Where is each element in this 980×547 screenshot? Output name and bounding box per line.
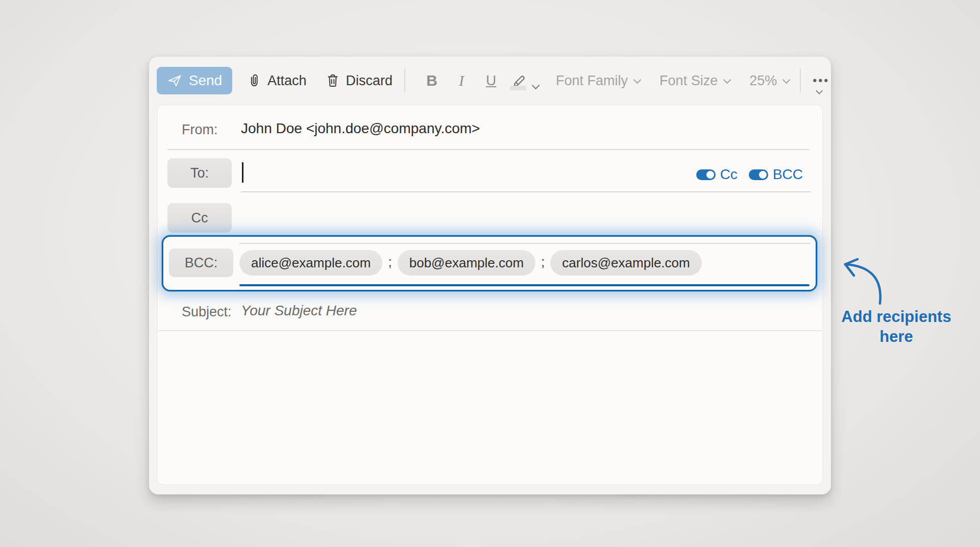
recipient-separator: ; [388, 254, 391, 272]
annotation-line1: Add recipients [835, 307, 958, 327]
attach-label: Attach [267, 73, 307, 89]
bcc-field-highlighted[interactable]: BCC: alice@example.com ; bob@example.com… [162, 235, 817, 291]
bold-button[interactable]: B [417, 72, 447, 89]
attach-button[interactable]: Attach [247, 73, 307, 89]
chevron-down-icon [532, 82, 540, 90]
zoom-dropdown[interactable]: 25% [749, 73, 788, 89]
text-caret [242, 162, 243, 183]
message-panel: From: John Doe <john.doe@company.com> To… [157, 105, 823, 485]
bcc-recipient-list: alice@example.com ; bob@example.com ; ca… [239, 250, 702, 276]
message-body-input[interactable] [159, 331, 821, 483]
more-options-button[interactable]: ••• [813, 74, 829, 88]
cc-toggle-label: Cc [720, 166, 738, 183]
zoom-value: 25% [749, 73, 777, 89]
bcc-input-underline [239, 284, 810, 286]
annotation-arrow-icon [836, 255, 892, 308]
send-label: Send [189, 72, 222, 89]
recipient-pill[interactable]: carlos@example.com [550, 250, 701, 276]
subject-input[interactable]: Your Subject Here [241, 303, 357, 319]
chevron-down-icon [723, 76, 731, 84]
from-label: From: [182, 122, 218, 138]
bcc-input-topline [239, 243, 811, 244]
chevron-down-icon [782, 76, 791, 84]
subject-label: Subject: [182, 304, 232, 320]
annotation-line2: here [835, 327, 958, 346]
bcc-toggle[interactable]: BCC [749, 166, 803, 183]
highlighter-button[interactable] [511, 72, 537, 89]
toggle-on-icon [749, 169, 768, 180]
send-plane-icon [167, 73, 182, 88]
font-family-dropdown[interactable]: Font Family [556, 73, 639, 89]
highlighter-pen-icon [511, 72, 528, 89]
toolbar-separator [404, 69, 405, 92]
paperclip-icon [247, 73, 261, 88]
font-size-dropdown[interactable]: Font Size [659, 73, 729, 89]
compose-window: Send Attach Discard [149, 57, 831, 494]
to-field-button[interactable]: To: [167, 158, 232, 188]
font-size-label: Font Size [659, 73, 718, 89]
send-button[interactable]: Send [157, 67, 232, 94]
cc-field-button[interactable]: Cc [167, 203, 232, 233]
highlight-color-swatch [510, 86, 526, 90]
discard-label: Discard [346, 73, 393, 89]
toggle-on-icon [696, 169, 716, 180]
chevron-down-icon [633, 76, 642, 84]
discard-button[interactable]: Discard [326, 73, 393, 89]
trash-icon [326, 73, 340, 88]
row-divider [167, 149, 809, 150]
cc-toggle[interactable]: Cc [696, 166, 738, 183]
compose-toolbar: Send Attach Discard [149, 57, 831, 105]
font-family-label: Font Family [556, 73, 628, 89]
annotation-text: Add recipients here [835, 307, 958, 346]
toolbar-expand-button[interactable] [816, 88, 821, 96]
recipient-toggles: Cc BCC [696, 166, 803, 183]
bcc-field-button[interactable]: BCC: [169, 248, 233, 277]
recipient-pill[interactable]: bob@example.com [398, 250, 535, 276]
recipient-separator: ; [541, 254, 545, 272]
compose-screen: Send Attach Discard [0, 0, 980, 547]
underline-button[interactable]: U [476, 72, 506, 89]
toolbar-separator [800, 69, 801, 92]
bcc-toggle-label: BCC [773, 166, 803, 183]
to-input[interactable] [239, 156, 639, 190]
from-value: John Doe <john.doe@company.com> [241, 120, 480, 137]
recipient-pill[interactable]: alice@example.com [239, 250, 382, 276]
to-input-underline [241, 191, 811, 192]
italic-button[interactable]: I [447, 72, 476, 89]
